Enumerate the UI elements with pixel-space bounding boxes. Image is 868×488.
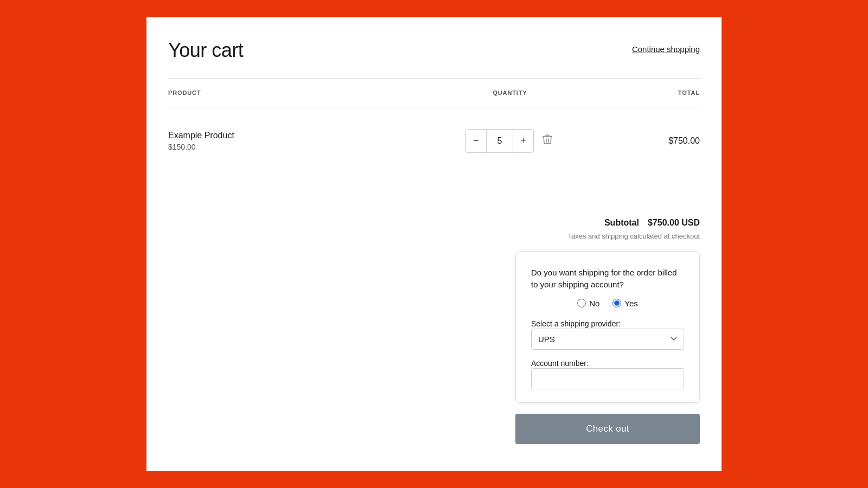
provider-select[interactable]: UPS FedEx USPS DHL	[531, 329, 684, 350]
account-number-label: Account number:	[531, 359, 589, 368]
product-name: Example Product	[168, 131, 429, 140]
quantity-section: − 5 +	[429, 129, 591, 153]
cart-header: Your cart Continue shopping	[168, 39, 700, 62]
radio-yes-input[interactable]	[612, 299, 621, 307]
subtotal-row: Subtotal $750.00 USD	[604, 218, 700, 228]
table-row: Example Product $150.00 − 5 + $750.00	[168, 118, 700, 164]
decrease-quantity-button[interactable]: −	[466, 130, 487, 152]
quantity-column-header: QUANTITY	[429, 89, 591, 96]
shipping-question: Do you want shipping for the order bille…	[531, 267, 684, 291]
shipping-card: Do you want shipping for the order bille…	[515, 251, 700, 403]
quantity-controls: − 5 +	[465, 129, 534, 153]
checkout-button[interactable]: Check out	[515, 414, 700, 444]
row-total: $750.00	[591, 136, 700, 146]
radio-no-input[interactable]	[577, 299, 586, 307]
continue-shopping-link[interactable]: Continue shopping	[632, 44, 700, 54]
subtotal-section: Subtotal $750.00 USD Taxes and shipping …	[515, 218, 700, 240]
table-header-divider	[168, 107, 700, 107]
tax-note: Taxes and shipping calculated at checkou…	[567, 232, 700, 240]
product-column-header: PRODUCT	[168, 89, 429, 96]
account-number-input[interactable]	[531, 368, 684, 389]
page-title: Your cart	[168, 39, 243, 62]
header-divider	[168, 78, 700, 79]
provider-label: Select a shipping provider:	[531, 319, 621, 328]
radio-no-label: No	[589, 299, 599, 308]
product-info: Example Product $150.00	[168, 131, 429, 151]
radio-no-option[interactable]: No	[577, 299, 599, 308]
delete-item-button[interactable]	[540, 132, 554, 150]
table-header: PRODUCT QUANTITY TOTAL	[168, 89, 700, 101]
increase-quantity-button[interactable]: +	[513, 130, 533, 152]
subtotal-label: Subtotal	[604, 218, 639, 228]
product-unit-price: $150.00	[168, 143, 429, 151]
total-column-header: TOTAL	[591, 89, 700, 96]
trash-icon	[542, 134, 552, 145]
subtotal-value: $750.00 USD	[648, 218, 700, 228]
cart-page: Your cart Continue shopping PRODUCT QUAN…	[146, 17, 722, 471]
quantity-value: 5	[487, 130, 513, 152]
radio-yes-label: Yes	[624, 299, 637, 308]
radio-yes-option[interactable]: Yes	[612, 299, 637, 308]
shipping-radio-group: No Yes	[531, 299, 684, 308]
